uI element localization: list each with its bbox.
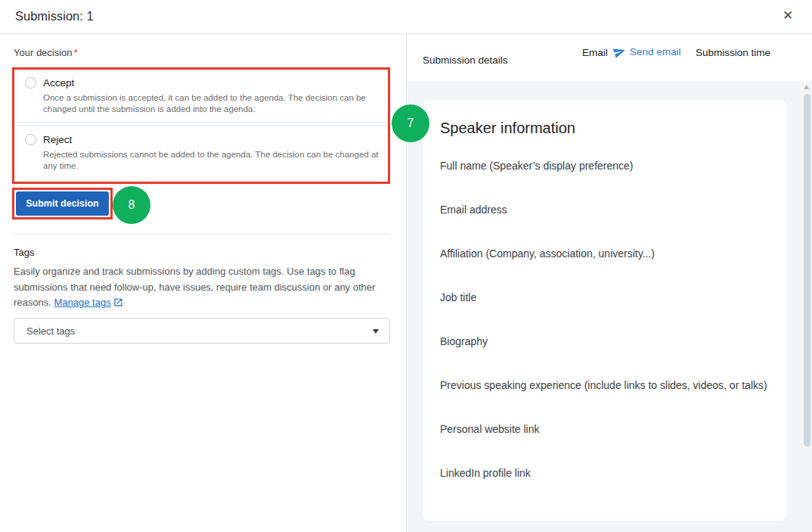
send-email-link[interactable]: Send email (613, 45, 681, 58)
annotation-step-8: 8 (113, 186, 150, 224)
details-header: Submission details Email Send email Subm… (408, 34, 812, 82)
reject-radio[interactable] (25, 134, 36, 145)
manage-tags-link-label: Manage tags (54, 297, 111, 308)
field-label-full-name: Full name (Speaker’s display preference) (440, 158, 770, 173)
reject-option[interactable]: Reject Rejected submissions cannot be ad… (14, 126, 388, 179)
tags-description: Easily organize and track submissions by… (14, 264, 382, 311)
send-email-label: Send email (630, 46, 681, 58)
speaker-information-card: Speaker information Full name (Speaker’s… (423, 100, 786, 521)
decision-panel: Your decision* Accept Once a submission … (0, 34, 407, 532)
reject-description: Rejected submissions cannot be added to … (43, 149, 379, 171)
manage-tags-link[interactable]: Manage tags (54, 297, 123, 308)
field-label-affiliation: Affiliation (Company, association, unive… (440, 246, 770, 261)
speaker-information-heading: Speaker information (440, 120, 770, 137)
accept-radio[interactable] (25, 77, 36, 89)
annotation-step-7: 7 (392, 104, 429, 142)
select-tags-dropdown[interactable]: Select tags (14, 318, 390, 344)
tags-label: Tags (14, 247, 34, 258)
accept-description: Once a submission is accepted, it can be… (43, 92, 379, 114)
accept-option[interactable]: Accept Once a submission is accepted, it… (14, 70, 388, 123)
required-asterisk: * (74, 47, 78, 58)
scroll-up-arrow-icon[interactable] (804, 85, 810, 89)
field-label-previous-experience: Previous speaking experience (include li… (440, 378, 770, 393)
scrollbar[interactable] (803, 82, 811, 532)
decision-label-text: Your decision (14, 47, 73, 58)
select-tags-placeholder: Select tags (26, 325, 75, 337)
field-label-linkedin-profile: LinkedIn profile link (440, 465, 770, 481)
modal-header: Submission: 1 ✕ (0, 0, 812, 34)
field-label-email-address: Email address (440, 202, 770, 217)
scrollbar-thumb[interactable] (804, 94, 810, 446)
email-column-label: Email (582, 47, 608, 58)
accept-label: Accept (43, 77, 74, 89)
modal-title: Submission: 1 (15, 9, 94, 23)
submit-annotated-box: Submit decision (12, 188, 113, 219)
submission-details-panel: Submission details Email Send email Subm… (408, 34, 812, 532)
decision-options-annotated-box: Accept Once a submission is accepted, it… (12, 67, 390, 184)
field-label-job-title: Job title (440, 290, 770, 305)
field-label-biography: Biography (440, 334, 770, 349)
section-divider (14, 234, 390, 235)
submission-time-column-label: Submission time (696, 47, 770, 58)
submit-decision-button[interactable]: Submit decision (16, 191, 109, 216)
decision-label: Your decision* (14, 47, 78, 58)
reject-label: Reject (43, 134, 72, 145)
field-label-personal-website: Personal website link (440, 422, 770, 437)
close-icon[interactable]: ✕ (779, 8, 796, 24)
external-link-icon (113, 297, 123, 307)
details-header-title: Submission details (423, 54, 508, 66)
paper-plane-icon (612, 44, 628, 60)
chevron-down-icon (373, 329, 379, 334)
